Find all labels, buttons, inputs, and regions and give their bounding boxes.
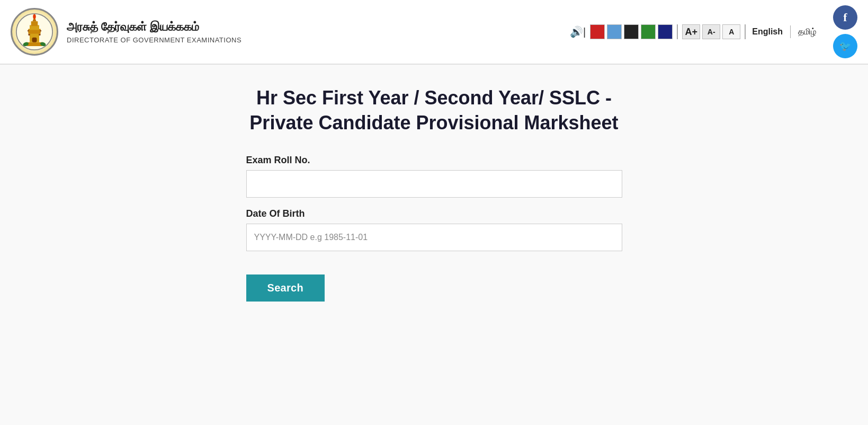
dob-label: Date Of Birth [246, 208, 622, 219]
twitter-icon: 🐦 [839, 40, 851, 52]
color-swatch-dark-blue[interactable] [658, 24, 673, 39]
twitter-button[interactable]: 🐦 [833, 34, 857, 58]
color-swatch-green[interactable] [641, 24, 656, 39]
facebook-button[interactable]: f [833, 5, 857, 30]
header-left: அரசுத் தேர்வுகள் இயக்ககம் DIRECTORATE OF… [11, 8, 241, 56]
site-header: அரசுத் தேர்வுகள் இயக்ககம் DIRECTORATE OF… [0, 0, 868, 65]
exam-roll-group: Exam Roll No. [246, 155, 622, 198]
dob-group: Date Of Birth [246, 208, 622, 251]
logo [11, 8, 58, 56]
search-button[interactable]: Search [246, 274, 325, 302]
search-form: Exam Roll No. Date Of Birth Search [246, 155, 622, 302]
svg-point-10 [39, 34, 41, 36]
lang-divider [790, 25, 791, 38]
speaker-button[interactable]: 🔊| [568, 24, 588, 39]
divider-1 [677, 24, 678, 39]
site-title-tamil: அரசுத் தேர்வுகள் இயக்ககம் [67, 20, 241, 35]
color-swatch-black[interactable] [624, 24, 639, 39]
font-reset-button[interactable]: A [722, 24, 740, 39]
header-titles: அரசுத் தேர்வுகள் இயக்ககம் DIRECTORATE OF… [67, 20, 241, 44]
page-title: Hr Sec First Year / Second Year/ SSLC - … [233, 86, 636, 136]
color-swatch-red[interactable] [590, 24, 605, 39]
font-decrease-button[interactable]: A- [702, 24, 720, 39]
font-increase-button[interactable]: A+ [682, 24, 700, 39]
color-swatch-blue[interactable] [607, 24, 622, 39]
facebook-icon: f [843, 11, 847, 24]
header-right: 🔊| A+ A- A English தமிழ் f 🐦 [568, 5, 857, 58]
exam-roll-label: Exam Roll No. [246, 155, 622, 166]
dob-input[interactable] [246, 224, 622, 251]
svg-point-9 [28, 34, 30, 36]
svg-rect-8 [32, 38, 37, 42]
svg-point-11 [28, 30, 29, 32]
accessibility-controls: 🔊| A+ A- A English தமிழ் [568, 24, 818, 39]
logo-emblem [15, 13, 53, 51]
exam-roll-input[interactable] [246, 170, 622, 198]
svg-rect-5 [31, 21, 38, 26]
language-english-button[interactable]: English [750, 26, 785, 38]
main-content: Hr Sec First Year / Second Year/ SSLC - … [0, 65, 868, 425]
divider-2 [745, 24, 746, 39]
svg-point-7 [33, 14, 35, 19]
site-title-english: DIRECTORATE OF GOVERNMENT EXAMINATIONS [67, 36, 241, 44]
svg-rect-1 [27, 42, 42, 46]
social-buttons: f 🐦 [833, 5, 857, 58]
svg-point-12 [40, 30, 41, 32]
language-tamil-button[interactable]: தமிழ் [796, 26, 818, 38]
